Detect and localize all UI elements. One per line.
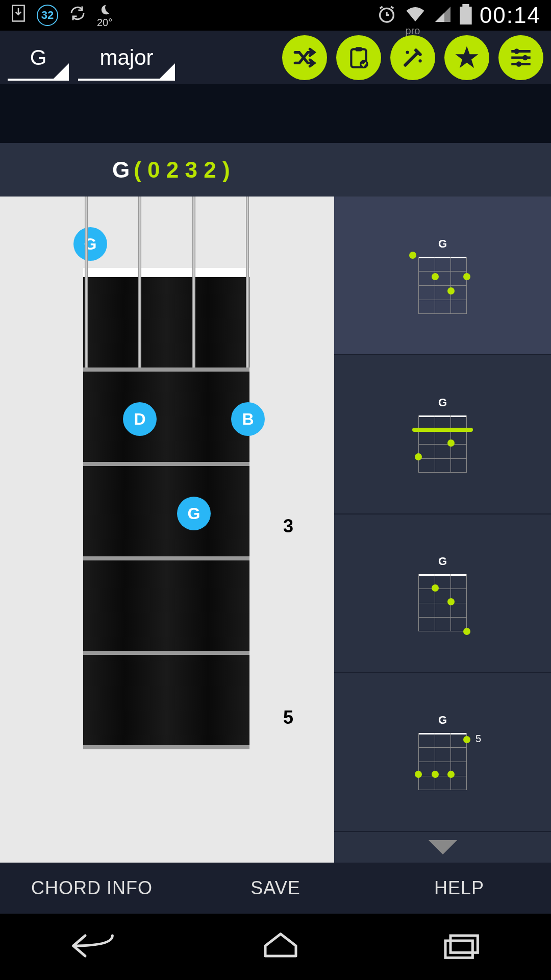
help-button[interactable]: HELP bbox=[367, 863, 551, 914]
alarm-icon bbox=[377, 4, 397, 27]
chord-name-display: G ( 0 2 3 2 ) bbox=[0, 143, 551, 197]
svg-point-7 bbox=[406, 51, 409, 54]
save-button[interactable]: SAVE bbox=[184, 863, 367, 914]
sync-icon bbox=[68, 4, 87, 27]
circled-number-icon: 32 bbox=[37, 5, 58, 26]
android-status-bar: 32 20° 00:14 bbox=[0, 0, 551, 31]
fret-number: 5 bbox=[283, 707, 293, 728]
magic-wand-button[interactable] bbox=[390, 35, 435, 80]
home-button[interactable] bbox=[260, 930, 301, 963]
download-icon bbox=[10, 4, 27, 27]
bottom-action-bar: CHORD INFO SAVE HELP bbox=[0, 863, 551, 914]
settings-button[interactable] bbox=[498, 35, 543, 80]
android-nav-bar bbox=[0, 914, 551, 980]
signal-icon bbox=[434, 5, 452, 26]
shuffle-button[interactable] bbox=[282, 35, 327, 80]
recent-apps-button[interactable] bbox=[440, 930, 481, 963]
chord-fingering-label: ( 0 2 3 2 ) bbox=[134, 157, 230, 183]
chord-type-selector[interactable]: major bbox=[78, 35, 175, 81]
fretboard-panel[interactable]: G D B G 3 5 bbox=[0, 197, 334, 863]
fretboard: D B G bbox=[83, 268, 249, 749]
fret-number: 3 bbox=[283, 516, 293, 537]
spacer bbox=[0, 84, 551, 143]
clock-text: 00:14 bbox=[480, 3, 541, 28]
back-button[interactable] bbox=[70, 930, 121, 963]
chord-variation[interactable]: G bbox=[334, 355, 551, 514]
finger-position: B bbox=[231, 402, 265, 436]
favorite-button[interactable] bbox=[444, 35, 489, 80]
svg-rect-2 bbox=[462, 4, 469, 7]
chord-root-label: G bbox=[112, 157, 130, 183]
scroll-down-button[interactable] bbox=[334, 832, 551, 863]
wifi-icon bbox=[405, 5, 426, 26]
svg-point-11 bbox=[516, 61, 521, 66]
chord-variation[interactable]: G bbox=[334, 197, 551, 355]
app-toolbar: G major pro bbox=[0, 31, 551, 84]
weather-icon: 20° bbox=[97, 3, 112, 29]
finger-position: D bbox=[123, 402, 157, 436]
chord-variation[interactable]: G 5 bbox=[334, 673, 551, 832]
main-content: G D B G 3 5 bbox=[0, 197, 551, 863]
svg-rect-3 bbox=[460, 7, 471, 24]
svg-point-8 bbox=[418, 59, 421, 62]
finger-position: G bbox=[177, 497, 211, 530]
root-note-selector[interactable]: G bbox=[8, 35, 69, 81]
chord-variation[interactable]: G bbox=[334, 514, 551, 673]
chord-info-button[interactable]: CHORD INFO bbox=[0, 863, 184, 914]
pro-badge: pro bbox=[406, 25, 420, 37]
chord-variations-panel: G G bbox=[334, 197, 551, 863]
chevron-down-icon bbox=[429, 840, 457, 854]
open-note-marker: G bbox=[73, 227, 107, 261]
svg-point-9 bbox=[514, 48, 519, 54]
svg-rect-5 bbox=[356, 47, 362, 51]
svg-point-10 bbox=[522, 55, 528, 60]
battery-icon bbox=[460, 4, 472, 27]
checklist-button[interactable] bbox=[336, 35, 381, 80]
